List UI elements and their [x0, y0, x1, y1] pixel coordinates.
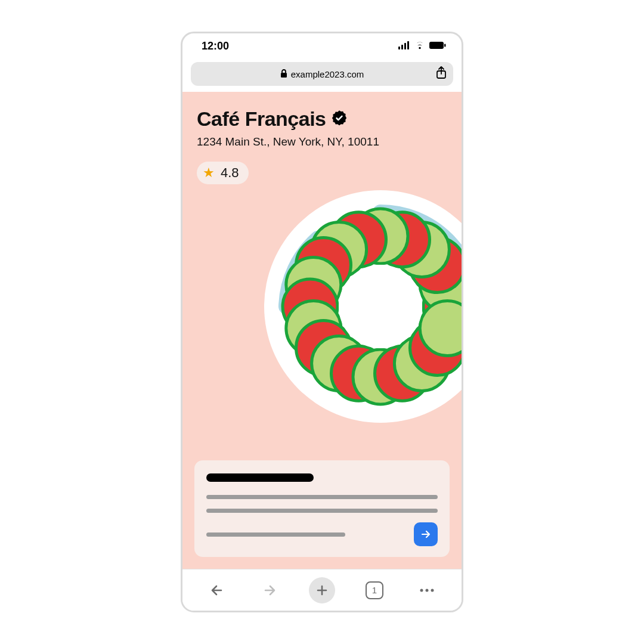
status-indicators [398, 40, 446, 52]
lock-icon [280, 69, 287, 79]
more-button[interactable] [414, 577, 440, 603]
wifi-icon [414, 40, 426, 52]
address-bar[interactable]: example2023.com [191, 62, 453, 86]
description-line-placeholder [206, 509, 438, 513]
svg-point-28 [420, 301, 462, 356]
dish-illustration [261, 187, 462, 426]
svg-point-29 [339, 265, 422, 348]
svg-rect-4 [429, 42, 444, 49]
description-line-placeholder [206, 495, 438, 499]
share-icon [435, 66, 447, 79]
svg-point-30 [420, 589, 423, 592]
restaurant-address: 1234 Main St., New York, NY, 10011 [197, 135, 447, 148]
svg-rect-1 [401, 45, 403, 49]
description-line-placeholder [206, 532, 345, 537]
address-bar-content: example2023.com [191, 69, 453, 79]
back-button[interactable] [204, 577, 230, 603]
status-bar: 12:00 [182, 33, 462, 58]
plus-icon [315, 584, 329, 597]
url-text: example2023.com [291, 69, 364, 79]
page-content: Café Français 1234 Main St., New York, N… [182, 92, 462, 569]
svg-rect-6 [281, 73, 287, 78]
share-button[interactable] [435, 66, 447, 82]
arrow-right-icon [420, 528, 432, 540]
star-icon: ★ [203, 166, 215, 179]
battery-icon [429, 40, 446, 52]
rating-value: 4.8 [221, 165, 239, 181]
phone-frame: 12:00 example2023.com [181, 32, 463, 612]
new-tab-button[interactable] [309, 577, 335, 603]
svg-rect-0 [398, 47, 400, 49]
svg-rect-2 [404, 43, 406, 49]
rating-badge: ★ 4.8 [197, 162, 249, 184]
restaurant-header: Café Français 1234 Main St., New York, N… [182, 92, 462, 148]
svg-rect-5 [444, 44, 446, 47]
verified-badge-icon [331, 110, 348, 129]
tabs-button[interactable]: 1 [361, 577, 388, 603]
more-icon [419, 588, 435, 593]
status-time: 12:00 [202, 40, 229, 52]
browser-toolbar: 1 [182, 569, 462, 611]
tab-count: 1 [372, 585, 377, 595]
continue-button[interactable] [414, 522, 438, 546]
address-bar-container: example2023.com [182, 58, 462, 92]
svg-rect-3 [407, 41, 409, 49]
arrow-left-icon [209, 583, 225, 598]
forward-button[interactable] [256, 577, 283, 603]
description-title-placeholder [206, 473, 314, 482]
arrow-right-icon [262, 583, 277, 598]
restaurant-name: Café Français [197, 107, 326, 131]
cellular-icon [398, 40, 410, 52]
svg-point-32 [431, 589, 434, 592]
description-card [194, 460, 450, 557]
svg-point-31 [426, 589, 429, 592]
